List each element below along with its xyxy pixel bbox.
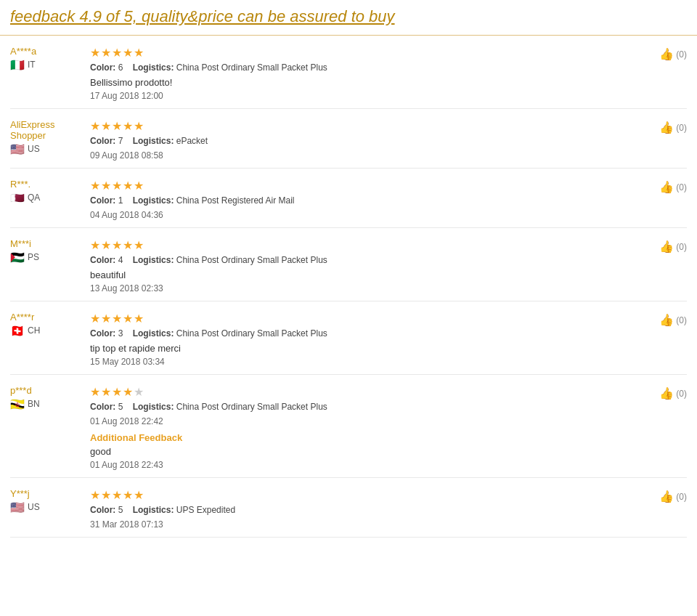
logistics-label: Logistics: (133, 505, 174, 515)
reviewer-col: Y***j 🇺🇸 US (10, 488, 90, 530)
review-content: ★★★★★ Color: 5 Logistics: UPS Expedited … (90, 488, 643, 530)
like-button[interactable]: 👍 (0) (659, 47, 687, 61)
logistics-value: ePacket (176, 136, 208, 146)
reviewer-country: 🇧🇳 BN (10, 399, 90, 409)
star-icon: ★ (134, 385, 144, 399)
color-value: 6 (118, 62, 123, 73)
like-button[interactable]: 👍 (0) (659, 490, 687, 503)
review-meta: Color: 4 Logistics: China Post Ordinary … (90, 255, 643, 265)
like-button[interactable]: 👍 (0) (659, 121, 687, 134)
star-icon: ★ (134, 119, 144, 133)
reviewer-country: 🇵🇸 PS (10, 252, 90, 262)
logistics-value: UPS Expedited (176, 505, 235, 515)
star-rating: ★★★★★ (90, 119, 643, 133)
like-col: 👍 (0) (643, 46, 687, 101)
reviewer-name: p***d (10, 385, 32, 396)
like-button[interactable]: 👍 (0) (659, 313, 687, 327)
logistics-value: China Post Ordinary Small Packet Plus (176, 328, 327, 339)
reviewer-name: Y***j (10, 488, 30, 499)
color-label: Color: (90, 255, 115, 265)
star-icon: ★ (90, 312, 100, 325)
star-rating: ★★★★★ (90, 238, 643, 252)
like-count: (0) (676, 492, 687, 502)
review-date: 17 Aug 2018 12:00 (90, 91, 643, 101)
reviewer-col: A****r 🇨🇭 CH (10, 312, 90, 367)
logistics-label: Logistics: (133, 62, 174, 73)
flag-icon: 🇮🇹 (10, 60, 25, 70)
flag-icon: 🇺🇸 (10, 503, 25, 512)
review-list: A****a 🇮🇹 IT ★★★★★ Color: 6 Logistics: C… (0, 36, 697, 538)
country-code: CH (28, 325, 40, 336)
review-date: 31 Mar 2018 07:13 (90, 519, 643, 530)
like-count: (0) (676, 242, 687, 252)
color-label: Color: (90, 136, 115, 146)
review-date: 13 Aug 2018 02:33 (90, 283, 643, 293)
review-content: ★★★★★ Color: 3 Logistics: China Post Ord… (90, 312, 643, 367)
logistics-value: China Post Ordinary Small Packet Plus (176, 255, 327, 265)
star-icon: ★ (112, 385, 122, 399)
reviewer-name: A****r (10, 312, 34, 323)
reviewer-name: M***i (10, 238, 31, 249)
logistics-label: Logistics: (133, 136, 174, 146)
like-count: (0) (676, 389, 687, 399)
color-label: Color: (90, 328, 115, 339)
star-icon: ★ (112, 312, 122, 325)
flag-icon: 🇶🇦 (10, 193, 25, 203)
like-col: 👍 (0) (643, 179, 687, 220)
star-icon: ★ (112, 488, 122, 502)
review-meta: Color: 5 Logistics: China Post Ordinary … (90, 402, 643, 412)
star-icon: ★ (123, 238, 133, 252)
flag-icon: 🇺🇸 (10, 145, 25, 154)
additional-feedback-label: Additional Feedback (90, 432, 643, 443)
page-title: feedback 4.9 of 5, quality&price can be … (0, 0, 697, 36)
star-icon: ★ (123, 385, 133, 399)
review-content: ★★★★★ Color: 1 Logistics: China Post Reg… (90, 179, 643, 220)
thumbs-up-icon: 👍 (659, 490, 674, 503)
reviewer-country: 🇨🇭 CH (10, 325, 90, 336)
like-button[interactable]: 👍 (0) (659, 180, 687, 194)
star-icon: ★ (123, 488, 133, 502)
like-count: (0) (676, 49, 687, 60)
review-content: ★★★★★ Color: 7 Logistics: ePacket 09 Aug… (90, 119, 643, 161)
reviewer-country: 🇶🇦 QA (10, 192, 90, 203)
star-icon: ★ (90, 488, 100, 502)
thumbs-up-icon: 👍 (659, 240, 674, 254)
star-icon: ★ (123, 179, 133, 192)
country-code: QA (28, 192, 40, 203)
like-col: 👍 (0) (643, 488, 687, 530)
review-item: A****a 🇮🇹 IT ★★★★★ Color: 6 Logistics: C… (10, 36, 687, 109)
review-date: 01 Aug 2018 22:42 (90, 416, 643, 426)
star-icon: ★ (101, 119, 111, 133)
like-button[interactable]: 👍 (0) (659, 240, 687, 254)
star-icon: ★ (101, 179, 111, 192)
review-date: 15 May 2018 03:34 (90, 357, 643, 367)
review-meta: Color: 1 Logistics: China Post Registere… (90, 195, 643, 206)
review-date: 09 Aug 2018 08:58 (90, 150, 643, 161)
review-text: beautiful (90, 270, 643, 280)
color-label: Color: (90, 62, 115, 73)
star-icon: ★ (112, 119, 122, 133)
star-rating: ★★★★★ (90, 312, 643, 325)
logistics-label: Logistics: (133, 255, 174, 265)
like-col: 👍 (0) (643, 312, 687, 367)
star-icon: ★ (123, 312, 133, 325)
star-icon: ★ (101, 488, 111, 502)
star-icon: ★ (101, 385, 111, 399)
reviewer-col: AliExpress Shopper 🇺🇸 US (10, 119, 90, 161)
like-button[interactable]: 👍 (0) (659, 386, 687, 400)
star-rating: ★★★★★ (90, 385, 643, 399)
review-content: ★★★★★ Color: 5 Logistics: China Post Ord… (90, 385, 643, 470)
thumbs-up-icon: 👍 (659, 180, 674, 194)
thumbs-up-icon: 👍 (659, 47, 674, 61)
reviewer-country: 🇮🇹 IT (10, 60, 90, 70)
review-item: R***. 🇶🇦 QA ★★★★★ Color: 1 Logistics: Ch… (10, 169, 687, 228)
like-count: (0) (676, 123, 687, 133)
logistics-value: China Post Registered Air Mail (176, 195, 295, 206)
flag-icon: 🇧🇳 (10, 400, 25, 409)
star-rating: ★★★★★ (90, 488, 643, 502)
star-icon: ★ (112, 238, 122, 252)
reviewer-col: A****a 🇮🇹 IT (10, 46, 90, 101)
color-label: Color: (90, 195, 115, 206)
reviewer-name: R***. (10, 179, 30, 190)
star-icon: ★ (90, 119, 100, 133)
